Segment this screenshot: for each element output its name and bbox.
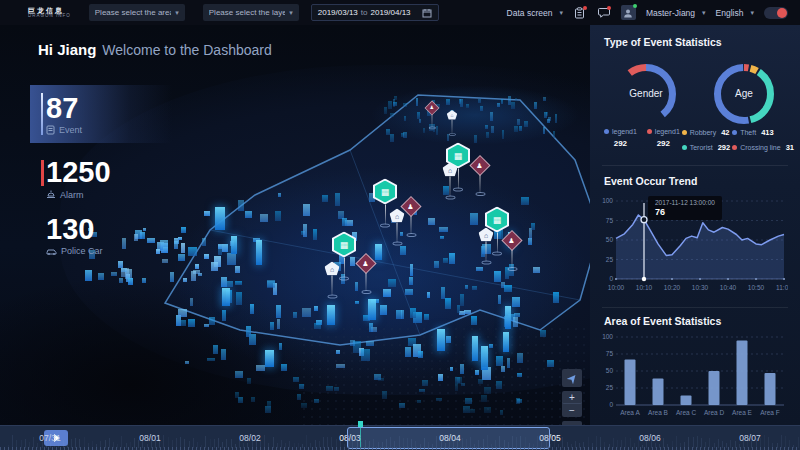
gender-donut-chart[interactable]: Gender bbox=[603, 51, 689, 137]
marker-base bbox=[449, 133, 456, 136]
date-end: 2019/04/13 bbox=[370, 8, 410, 17]
hexagon-marker-shape: ▦ bbox=[373, 179, 397, 205]
stat-alarm: 1250 Alarm bbox=[30, 157, 172, 199]
header-right: Data screen ▾ bbox=[507, 5, 788, 20]
diamond-marker-shape: ♟ bbox=[501, 230, 522, 251]
hexagon-marker-shape: ▦ bbox=[332, 232, 356, 258]
svg-text:Area A: Area A bbox=[620, 409, 640, 416]
svg-text:Area B: Area B bbox=[648, 409, 668, 416]
chevron-down-icon: ▾ bbox=[175, 9, 179, 17]
svg-text:0: 0 bbox=[609, 275, 613, 282]
user-icon bbox=[623, 8, 633, 18]
donut-legends: legend1292legend1292 Robbery42Theft413Te… bbox=[602, 128, 794, 152]
data-screen-menu[interactable]: Data screen ▾ bbox=[507, 8, 563, 18]
map-marker[interactable]: ⌂ bbox=[325, 262, 340, 299]
legend-item: Robbery42 bbox=[682, 128, 730, 137]
theme-toggle[interactable] bbox=[764, 7, 788, 19]
top-bar: 巨龙信息 DRAGON INFO Please select the area … bbox=[0, 0, 800, 25]
diamond-marker-shape: ♟ bbox=[425, 101, 440, 116]
legend-dot bbox=[682, 130, 687, 135]
stat-police-car-label: Police Car bbox=[61, 246, 103, 256]
marker-base bbox=[481, 261, 491, 265]
zoom-out-button[interactable]: − bbox=[562, 404, 582, 417]
trend-chart[interactable]: 025507510010:0010:1010:2010:3010:4010:50… bbox=[602, 193, 788, 305]
map-marker[interactable]: ♟ bbox=[427, 103, 438, 130]
layer-select[interactable]: Please select the layer ▾ bbox=[203, 4, 299, 21]
timeline[interactable]: 07/3108/0108/0208/0308/0408/0508/0608/07 bbox=[0, 425, 800, 450]
stat-police-car: 130 Police Car bbox=[30, 214, 172, 256]
timeline-playhead[interactable] bbox=[358, 421, 363, 427]
svg-text:10:20: 10:20 bbox=[664, 284, 681, 291]
legend-value: 292 bbox=[604, 139, 637, 148]
date-range-picker[interactable]: 2019/03/13 to 2019/04/13 bbox=[311, 4, 439, 21]
locate-button[interactable] bbox=[562, 369, 582, 387]
marker-base bbox=[380, 224, 390, 228]
locate-arrow-icon bbox=[567, 373, 578, 384]
messages-button[interactable] bbox=[597, 6, 611, 20]
svg-text:10:10: 10:10 bbox=[636, 284, 653, 291]
panel-title-type-of-event: Type of Event Statistics bbox=[604, 36, 722, 48]
legend-item: Terorist292 bbox=[682, 143, 730, 152]
greeting: Hi JiangWelcome to the Dashboard bbox=[38, 41, 272, 59]
svg-text:Area F: Area F bbox=[760, 409, 780, 416]
map-marker[interactable]: ♟ bbox=[404, 199, 419, 237]
map-marker[interactable]: ⌂ bbox=[479, 228, 494, 265]
stat-event-value: 87 bbox=[46, 93, 172, 123]
svg-text:10:30: 10:30 bbox=[692, 284, 709, 291]
area-bar-chart[interactable]: 0255075100Area AArea BArea CArea DArea E… bbox=[602, 327, 788, 423]
logo: 巨龙信息 DRAGON INFO bbox=[28, 7, 71, 19]
grid-icon: ▦ bbox=[375, 181, 395, 203]
map-marker[interactable]: ♟ bbox=[473, 158, 488, 196]
avatar[interactable] bbox=[621, 5, 636, 20]
language-menu[interactable]: English ▾ bbox=[716, 8, 754, 18]
notification-badge bbox=[607, 6, 611, 10]
age-donut-chart[interactable]: Age bbox=[701, 51, 787, 137]
marker-base bbox=[392, 242, 402, 246]
zoom-in-button[interactable]: + bbox=[562, 391, 582, 404]
marker-stem bbox=[458, 169, 459, 189]
marker-base bbox=[339, 277, 349, 281]
marker-stem bbox=[385, 205, 386, 225]
map-controls: + − 3D bbox=[562, 369, 582, 425]
gender-legend: legend1292legend1292 bbox=[602, 128, 682, 152]
stat-event-label: Event bbox=[59, 125, 82, 135]
language-label: English bbox=[716, 8, 744, 18]
dashboard: 巨龙信息 DRAGON INFO Please select the area … bbox=[0, 0, 800, 450]
map-marker[interactable]: ⌂ bbox=[390, 209, 405, 246]
marker-base bbox=[507, 267, 517, 271]
event-icon bbox=[46, 125, 55, 135]
map-marker[interactable]: ⌂ bbox=[447, 110, 458, 136]
user-menu[interactable]: Master-Jiang ▾ bbox=[646, 8, 706, 18]
timeline-selection[interactable] bbox=[347, 427, 550, 449]
divider bbox=[602, 165, 788, 166]
gender-donut-label: Gender bbox=[603, 88, 689, 99]
svg-text:11:00: 11:00 bbox=[776, 284, 788, 291]
area-select[interactable]: Please select the area ▾ bbox=[89, 4, 185, 21]
map-marker[interactable]: ♟ bbox=[505, 233, 520, 271]
map-marker[interactable]: ⌂ bbox=[443, 163, 458, 200]
tasks-button[interactable] bbox=[573, 6, 587, 20]
greeting-message: Welcome to the Dashboard bbox=[102, 42, 271, 58]
legend-item: Crossing line31 bbox=[732, 143, 794, 152]
person-icon: ♟ bbox=[357, 254, 375, 272]
timeline-date-label: 08/01 bbox=[125, 433, 175, 443]
person-icon: ♟ bbox=[503, 231, 521, 249]
map-marker[interactable]: ♟ bbox=[359, 256, 374, 294]
svg-text:100: 100 bbox=[602, 333, 613, 340]
greeting-name: Hi Jiang bbox=[38, 41, 96, 58]
age-donut-label: Age bbox=[701, 88, 787, 99]
marker-stem bbox=[450, 177, 451, 197]
diamond-marker-shape: ♟ bbox=[400, 196, 421, 217]
svg-text:100: 100 bbox=[602, 197, 613, 204]
divider bbox=[602, 307, 788, 308]
svg-text:50: 50 bbox=[606, 236, 614, 243]
person-icon: ♟ bbox=[426, 102, 439, 115]
stat-police-car-value: 130 bbox=[46, 214, 172, 244]
notification-badge bbox=[583, 6, 587, 10]
calendar-icon bbox=[422, 8, 432, 18]
legend-dot bbox=[604, 129, 609, 134]
tooltip-value: 76 bbox=[655, 207, 715, 217]
legend-dot bbox=[732, 145, 737, 150]
svg-text:Area E: Area E bbox=[732, 409, 753, 416]
svg-text:Area D: Area D bbox=[704, 409, 725, 416]
